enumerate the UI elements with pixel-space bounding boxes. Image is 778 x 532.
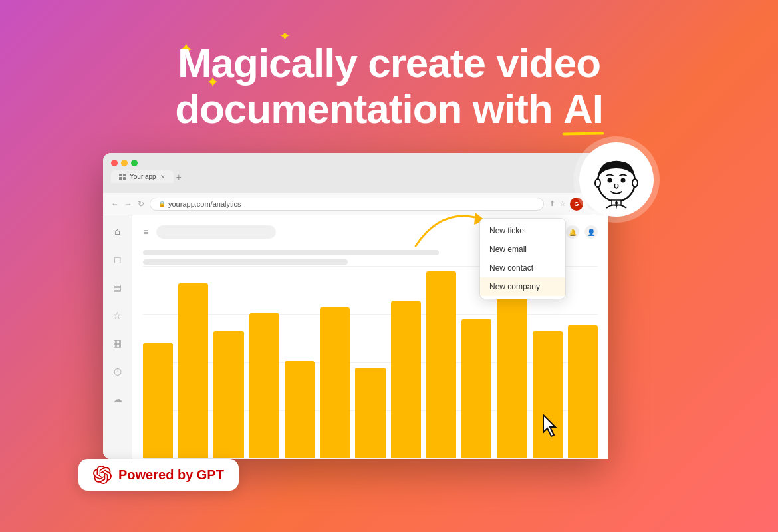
browser-dots — [111, 158, 600, 166]
toolbar-left: ≡ — [143, 225, 276, 239]
headline-line2: documentation with — [175, 86, 563, 132]
tab-bar: Your app ✕ + — [111, 170, 600, 183]
url-text: yourapp.com/analytics — [168, 200, 241, 208]
chart-bar — [355, 368, 385, 458]
chart-bar — [497, 295, 527, 458]
sidebar-clock-icon[interactable]: ◷ — [110, 363, 126, 379]
content-line-2 — [143, 259, 348, 265]
svg-marker-7 — [543, 415, 555, 436]
dropdown-item-contact[interactable]: New contact — [480, 259, 565, 277]
chart-bar — [426, 271, 456, 458]
lock-icon: 🔒 — [158, 201, 166, 207]
sidebar-star-icon[interactable]: ☆ — [110, 307, 126, 323]
headline-line1: Magically create video — [178, 40, 600, 86]
sidebar-cloud-icon[interactable]: ☁ — [110, 391, 126, 407]
svg-point-3 — [595, 179, 600, 187]
user-icon[interactable]: 👤 — [584, 225, 598, 239]
avatar-container — [573, 136, 660, 223]
tab-label: Your app — [130, 173, 156, 180]
chart-bar — [213, 331, 243, 458]
tab-close-icon[interactable]: ✕ — [160, 174, 166, 180]
sidebar-calendar-icon[interactable]: ▦ — [110, 335, 126, 351]
gpt-badge-label: Powered by GPT — [118, 467, 224, 483]
back-button[interactable]: ← — [111, 200, 119, 209]
chart-bar — [285, 361, 315, 458]
svg-point-4 — [632, 179, 638, 187]
avatar-illustration — [586, 150, 646, 209]
new-tab-icon[interactable]: + — [176, 172, 182, 182]
openai-logo-icon — [93, 466, 112, 484]
dot-yellow[interactable] — [121, 160, 128, 166]
browser-tab[interactable]: Your app ✕ — [111, 170, 174, 183]
svg-point-1 — [608, 178, 612, 183]
app-sidebar: ⌂ ◻ ▤ ☆ ▦ ◷ ☁ — [103, 215, 132, 459]
browser-chrome: Your app ✕ + — [103, 153, 608, 193]
chart-bar — [391, 301, 421, 458]
search-bar[interactable] — [156, 225, 276, 239]
forward-button[interactable]: → — [124, 200, 132, 209]
dropdown-menu[interactable]: New ticket New email New contact New com… — [479, 218, 566, 299]
content-line-1 — [143, 250, 439, 255]
dropdown-item-company[interactable]: New company — [480, 277, 565, 296]
dropdown-item-email[interactable]: New email — [480, 240, 565, 259]
chart-bar — [461, 319, 491, 458]
bookmark-icon[interactable]: ☆ — [559, 200, 566, 208]
main-headline: Magically create video documentation wit… — [156, 40, 622, 132]
headline-container: Magically create video documentation wit… — [156, 40, 622, 132]
sidebar-folder-icon[interactable]: ▤ — [110, 279, 126, 295]
chart-bar — [320, 307, 350, 458]
chart-bar — [568, 325, 598, 458]
sidebar-doc-icon[interactable]: ◻ — [110, 251, 126, 267]
refresh-button[interactable]: ↻ — [138, 200, 144, 209]
dot-green[interactable] — [131, 160, 138, 166]
share-icon[interactable]: ⬆ — [549, 200, 555, 208]
cursor-svg — [541, 414, 561, 438]
chart-bar — [249, 313, 279, 458]
gpt-badge: Powered by GPT — [78, 459, 239, 491]
tab-favicon — [119, 174, 126, 180]
sidebar-home-icon[interactable]: ⌂ — [110, 223, 126, 239]
notification-icon[interactable]: 🔔 — [566, 225, 579, 239]
dropdown-item-ticket[interactable]: New ticket — [480, 221, 565, 240]
chart-bar — [533, 331, 563, 458]
headline-ai: AI — [563, 86, 603, 132]
address-bar: ← → ↻ 🔒 yourapp.com/analytics ⬆ ☆ G ⊞ — [103, 193, 608, 215]
menu-icon[interactable]: ≡ — [143, 227, 148, 237]
chart-bar — [143, 343, 173, 458]
browser-mockup: Your app ✕ + ← → ↻ 🔒 yourapp.com/analyti… — [103, 153, 608, 459]
dot-red[interactable] — [111, 160, 118, 166]
avatar — [579, 142, 654, 217]
svg-point-2 — [621, 178, 626, 183]
chart-bar — [178, 283, 208, 458]
